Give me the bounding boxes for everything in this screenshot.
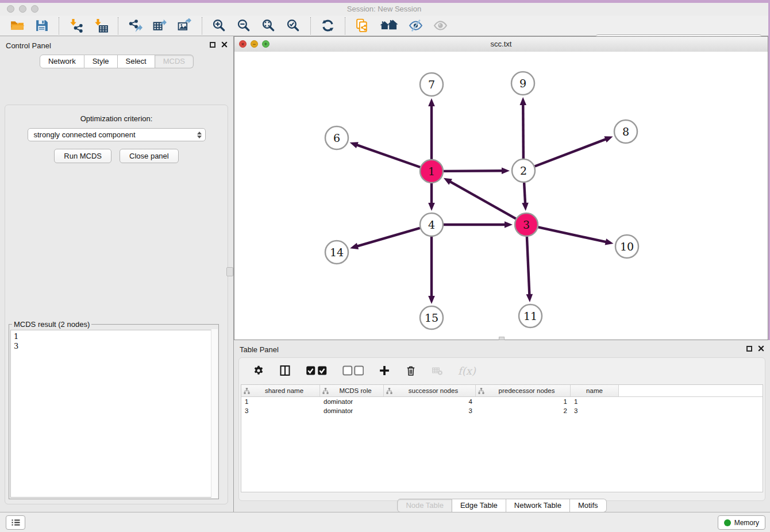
criterion-dropdown[interactable]: strongly connected component	[28, 128, 206, 141]
float-panel-icon[interactable]	[746, 346, 752, 352]
zoom-in-icon[interactable]	[207, 17, 232, 35]
hide-selected-icon[interactable]	[403, 17, 428, 35]
control-panel-title: Control Panel	[6, 41, 51, 50]
float-panel-icon[interactable]	[210, 42, 215, 48]
status-bar: Memory	[0, 512, 770, 532]
edge-2-9[interactable]	[519, 97, 526, 159]
control-panel-tabs: NetworkStyleSelectMCDS	[0, 55, 233, 68]
tab-mcds[interactable]: MCDS	[155, 55, 194, 68]
node-4[interactable]: 4	[420, 213, 443, 236]
app-title-bar: Session: New Session	[0, 3, 768, 16]
node-10[interactable]: 10	[615, 235, 638, 258]
export-table-icon[interactable]	[148, 17, 172, 35]
network-window-titlebar[interactable]: × − + scc.txt	[234, 37, 768, 52]
edge-1-6[interactable]	[350, 142, 421, 167]
view-toolbar-group	[350, 17, 453, 35]
close-panel-button[interactable]: Close panel	[120, 149, 179, 163]
list-icon	[11, 519, 21, 526]
svg-text:9: 9	[519, 77, 526, 90]
svg-text:2: 2	[520, 164, 527, 177]
task-history-button[interactable]	[6, 515, 25, 530]
edge-2-8[interactable]	[535, 136, 613, 166]
tab-select[interactable]: Select	[118, 55, 155, 68]
column-header-shared-name[interactable]: shared name	[241, 385, 320, 396]
run-mcds-button[interactable]: Run MCDS	[54, 149, 111, 163]
tab-motifs[interactable]: Motifs	[570, 499, 607, 512]
node-11[interactable]: 11	[519, 304, 542, 327]
refresh-icon[interactable]	[315, 17, 340, 35]
new-network-from-selection-icon[interactable]	[350, 17, 375, 35]
table-row[interactable]: 3dominator323	[241, 406, 763, 415]
toolbar-separator	[202, 17, 202, 34]
open-folder-icon[interactable]	[5, 17, 29, 35]
column-type-icon	[386, 388, 394, 394]
mcds-result-text[interactable]: 1 3	[10, 330, 217, 498]
dropdown-stepper-icon	[197, 132, 202, 138]
close-panel-icon[interactable]	[758, 345, 764, 352]
deselect-all-icon[interactable]	[337, 361, 370, 380]
toolbar-separator	[310, 17, 311, 34]
column-header-successor-nodes[interactable]: successor nodes	[384, 385, 476, 396]
node-8[interactable]: 8	[614, 120, 637, 143]
table-row[interactable]: 1dominator411	[241, 397, 763, 406]
table-body: 1dominator4113dominator323	[241, 397, 763, 415]
edge-3-10[interactable]	[538, 227, 614, 245]
table-header-row: shared nameMCDS rolesuccessor nodesprede…	[241, 385, 763, 397]
node-9[interactable]: 9	[511, 72, 534, 95]
result-scrollbar[interactable]	[211, 329, 218, 498]
close-panel-icon[interactable]	[221, 41, 228, 48]
zoom-selected-icon[interactable]	[281, 17, 306, 35]
delete-table-icon	[426, 361, 449, 380]
tab-network[interactable]: Network	[40, 55, 84, 68]
node-7[interactable]: 7	[420, 73, 443, 96]
edge-3-11[interactable]	[526, 237, 533, 302]
toolbar-separator	[345, 17, 345, 34]
mcds-panel: Optimization criterion: strongly connect…	[5, 105, 228, 504]
export-network-icon[interactable]	[123, 17, 148, 35]
node-14[interactable]: 14	[325, 241, 348, 264]
import-network-icon[interactable]	[64, 17, 88, 35]
columns-panel-icon[interactable]	[274, 361, 297, 380]
home-icon[interactable]	[375, 17, 403, 35]
export-image-icon[interactable]	[172, 17, 197, 35]
svg-text:15: 15	[425, 311, 438, 324]
column-header-predecessor-nodes[interactable]: predecessor nodes	[476, 385, 571, 396]
zoom-fit-icon[interactable]	[256, 17, 281, 35]
gear-icon[interactable]	[247, 361, 270, 380]
edge-1-4[interactable]	[428, 183, 435, 211]
tab-style[interactable]: Style	[84, 55, 118, 68]
svg-text:11: 11	[523, 310, 537, 322]
edge-4-14[interactable]	[350, 228, 420, 249]
column-header-name[interactable]: name	[571, 385, 619, 396]
node-6[interactable]: 6	[325, 126, 348, 149]
tab-edge-table[interactable]: Edge Table	[452, 499, 506, 512]
add-icon[interactable]	[373, 361, 396, 380]
node-2[interactable]: 2	[512, 159, 535, 182]
edge-4-15[interactable]	[428, 237, 435, 304]
zoom-out-icon[interactable]	[232, 17, 256, 35]
svg-text:3: 3	[523, 218, 530, 231]
import-table-icon[interactable]	[88, 17, 113, 35]
column-header-MCDS-role[interactable]: MCDS role	[320, 385, 384, 396]
splitter-grip-vertical[interactable]	[226, 267, 233, 276]
svg-text:8: 8	[622, 125, 629, 138]
node-1[interactable]: 1	[420, 160, 443, 183]
edge-1-7[interactable]	[428, 98, 435, 159]
network-window-title: scc.txt	[234, 40, 768, 48]
save-icon[interactable]	[29, 17, 54, 35]
select-all-icon[interactable]	[300, 361, 333, 380]
optimization-criterion-label: Optimization criterion:	[5, 114, 228, 123]
edge-2-3[interactable]	[522, 183, 529, 211]
node-15[interactable]: 15	[420, 306, 443, 329]
tab-node-table[interactable]: Node Table	[397, 499, 452, 512]
edge-4-3[interactable]	[444, 221, 513, 228]
tab-network-table[interactable]: Network Table	[506, 499, 570, 512]
control-panel-header: Control Panel	[0, 36, 233, 55]
edge-3-1[interactable]	[444, 178, 516, 219]
network-canvas[interactable]: 7968124314101511	[234, 52, 768, 340]
delete-icon[interactable]	[399, 361, 422, 380]
node-3[interactable]: 3	[515, 213, 538, 236]
memory-button[interactable]: Memory	[718, 515, 765, 530]
svg-text:6: 6	[333, 132, 340, 144]
edge-1-2[interactable]	[444, 167, 510, 174]
